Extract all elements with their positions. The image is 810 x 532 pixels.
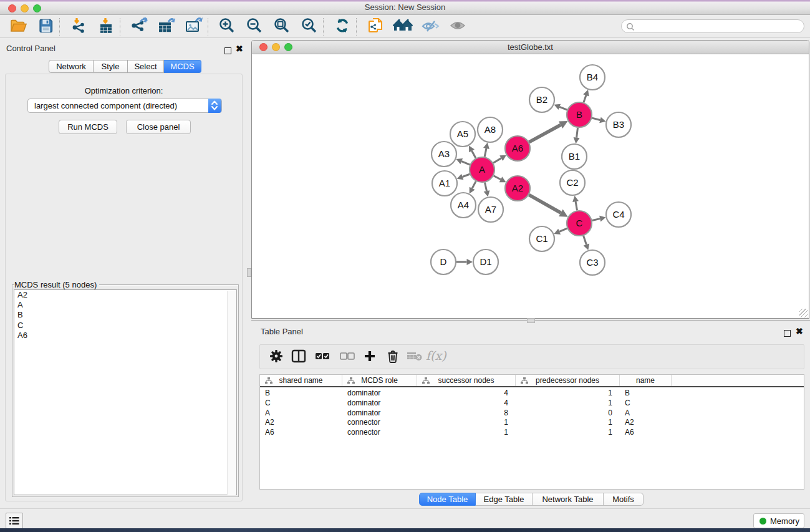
- edge-A-A7[interactable]: [485, 183, 486, 191]
- unselect-all-columns-button[interactable]: [337, 347, 357, 367]
- column-header-MCDS-role[interactable]: MCDS role: [342, 375, 417, 386]
- minimize-window-button[interactable]: [21, 4, 29, 12]
- zoom-window-button[interactable]: [33, 4, 41, 12]
- cell[interactable]: A2: [620, 418, 672, 428]
- horizontal-split-handle[interactable]: [527, 318, 535, 323]
- open-file-button[interactable]: [7, 17, 29, 37]
- table-row[interactable]: A6connector11A6: [260, 428, 672, 438]
- search-input[interactable]: [621, 19, 804, 33]
- tab-style[interactable]: Style: [94, 60, 128, 73]
- mcds-result-item[interactable]: A2: [14, 290, 236, 300]
- memory-button[interactable]: Memory: [753, 513, 804, 528]
- duplicate-network-button[interactable]: [364, 17, 387, 37]
- close-network-window-button[interactable]: [259, 43, 268, 51]
- tab-edge-table[interactable]: Edge Table: [476, 493, 533, 506]
- home-view-button[interactable]: [392, 17, 414, 37]
- edge-B-B4[interactable]: [584, 95, 586, 102]
- mcds-result-item[interactable]: B: [14, 310, 236, 320]
- tab-mcds[interactable]: MCDS: [164, 60, 201, 73]
- cell[interactable]: B: [620, 389, 672, 399]
- import-network-button[interactable]: [67, 17, 90, 37]
- column-header-shared-name[interactable]: shared name: [260, 375, 342, 386]
- scrollbar[interactable]: [227, 291, 236, 495]
- task-history-button[interactable]: [6, 513, 23, 529]
- edge-C-C4[interactable]: [592, 219, 600, 221]
- edge-B-B1[interactable]: [577, 128, 578, 138]
- edge-B-B2[interactable]: [559, 107, 567, 110]
- column-header-successor-nodes[interactable]: successor nodes: [417, 375, 516, 386]
- cell[interactable]: 1: [417, 428, 516, 438]
- edge-A-A5[interactable]: [472, 151, 476, 158]
- edge-C-C2[interactable]: [576, 201, 577, 210]
- mcds-result-item[interactable]: A: [14, 300, 236, 310]
- cell[interactable]: A: [260, 409, 342, 418]
- cell[interactable]: A2: [260, 418, 342, 428]
- cell[interactable]: 0: [516, 409, 620, 418]
- edge-C-C3[interactable]: [584, 236, 587, 244]
- mcds-result-list[interactable]: A2ABCA6: [14, 289, 237, 495]
- edge-A2-C[interactable]: [529, 195, 561, 213]
- cell[interactable]: 1: [516, 399, 620, 409]
- cell[interactable]: dominator: [342, 409, 417, 418]
- export-table-button[interactable]: [155, 17, 178, 37]
- select-all-columns-button[interactable]: [312, 347, 332, 367]
- add-column-button[interactable]: [360, 347, 380, 367]
- save-session-button[interactable]: [34, 17, 57, 37]
- edge-A-A6[interactable]: [493, 158, 501, 163]
- table-row[interactable]: Adominator80A: [260, 409, 672, 418]
- close-table-panel-icon[interactable]: ✖: [796, 328, 803, 335]
- delete-column-button[interactable]: [383, 347, 403, 367]
- export-image-button[interactable]: [183, 17, 205, 37]
- cell[interactable]: 4: [417, 399, 516, 409]
- mcds-result-item[interactable]: C: [14, 321, 236, 331]
- edge-A-A1[interactable]: [463, 174, 470, 177]
- tab-network[interactable]: Network: [49, 60, 94, 73]
- tab-motifs[interactable]: Motifs: [604, 493, 644, 506]
- float-table-panel-icon[interactable]: [784, 328, 791, 339]
- zoom-out-button[interactable]: [243, 17, 266, 37]
- zoom-fit-button[interactable]: [271, 17, 293, 37]
- tab-node-table[interactable]: Node Table: [419, 493, 476, 506]
- mcds-result-item[interactable]: A6: [14, 331, 236, 341]
- cell[interactable]: 1: [417, 418, 516, 428]
- zoom-in-button[interactable]: [216, 17, 238, 37]
- criterion-dropdown[interactable]: largest connected component (directed): [27, 99, 222, 113]
- network-canvas[interactable]: B4B2BB3A5A8A6A3B1AC2A1A2A4A7C4CC1C3DD1: [252, 55, 809, 318]
- cell[interactable]: A: [620, 409, 672, 418]
- edge-A-A4[interactable]: [472, 181, 476, 188]
- cell[interactable]: connector: [342, 418, 417, 428]
- cell[interactable]: A6: [260, 428, 342, 438]
- edge-A-A8[interactable]: [485, 148, 486, 157]
- table-row[interactable]: Bdominator41B: [260, 389, 672, 399]
- cell[interactable]: A6: [620, 428, 672, 438]
- edge-B-B3[interactable]: [592, 118, 600, 120]
- tab-select[interactable]: Select: [128, 60, 164, 73]
- vertical-split-handle[interactable]: [247, 268, 251, 277]
- cell[interactable]: dominator: [342, 399, 417, 409]
- edge-A6-B[interactable]: [529, 125, 561, 142]
- cell[interactable]: 8: [417, 409, 516, 418]
- minimize-network-window-button[interactable]: [272, 43, 280, 51]
- split-columns-button[interactable]: [289, 347, 309, 367]
- cell[interactable]: C: [260, 399, 342, 409]
- float-panel-icon[interactable]: [224, 46, 231, 57]
- column-header-name[interactable]: name: [620, 375, 672, 386]
- cell[interactable]: B: [260, 389, 342, 399]
- cell[interactable]: 4: [417, 389, 516, 399]
- close-window-button[interactable]: [8, 4, 16, 12]
- edge-A-A3[interactable]: [461, 162, 470, 165]
- run-mcds-button[interactable]: Run MCDS: [59, 120, 117, 134]
- tab-network-table[interactable]: Network Table: [533, 493, 604, 506]
- close-panel-icon[interactable]: ✖: [236, 46, 243, 52]
- refresh-button[interactable]: [331, 17, 354, 37]
- zoom-selected-button[interactable]: [298, 17, 321, 37]
- network-window-titlebar[interactable]: testGlobe.txt: [252, 41, 809, 54]
- cell[interactable]: 1: [516, 389, 620, 399]
- export-network-button[interactable]: [128, 17, 150, 37]
- gear-button[interactable]: [266, 347, 286, 367]
- import-table-button[interactable]: [95, 17, 117, 37]
- edge-A-A2[interactable]: [494, 176, 501, 180]
- cell[interactable]: connector: [342, 428, 417, 438]
- cell[interactable]: C: [620, 399, 672, 409]
- table-row[interactable]: Cdominator41C: [260, 399, 672, 409]
